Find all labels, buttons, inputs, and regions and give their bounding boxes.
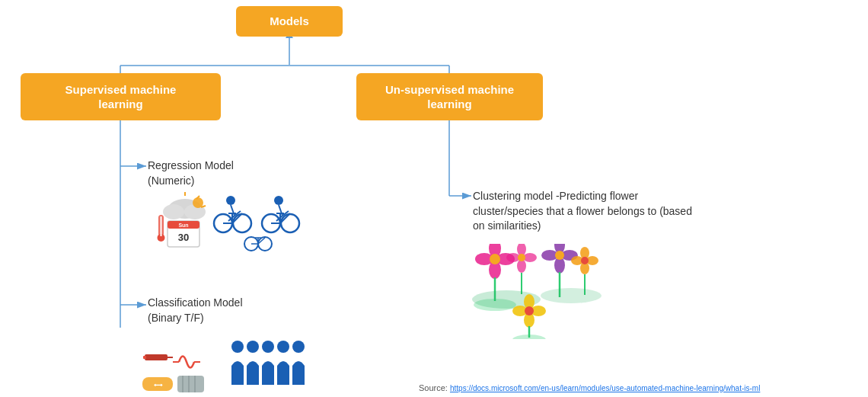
- svg-text:⟷: ⟷: [154, 382, 163, 389]
- svg-point-13: [163, 204, 184, 219]
- svg-point-92: [541, 288, 602, 303]
- clustering-label: Clustering model -Predicting flower clus…: [473, 189, 694, 234]
- classification-label: Classification Model(Binary T/F): [148, 296, 243, 325]
- unsupervised-label: Un-supervised machinelearning: [385, 82, 514, 112]
- svg-point-38: [281, 214, 299, 232]
- svg-text:30: 30: [178, 232, 189, 243]
- svg-point-70: [490, 254, 500, 264]
- source-url[interactable]: https://docs.microsoft.com/en-us/learn/m…: [450, 384, 760, 392]
- svg-point-97: [525, 306, 534, 315]
- svg-point-63: [262, 341, 274, 353]
- svg-point-18: [193, 197, 203, 208]
- flower-svg: [472, 244, 613, 339]
- bike-svg: [212, 194, 303, 251]
- medical-icon-area: ⟷: [141, 339, 217, 392]
- people-svg: [228, 335, 312, 392]
- supervised-box: Supervised machinelearning: [21, 73, 221, 120]
- svg-text:Sun: Sun: [178, 223, 188, 228]
- models-box: Models: [236, 6, 343, 37]
- bike-icon-area: [212, 194, 303, 251]
- svg-point-28: [233, 214, 251, 232]
- svg-rect-57: [177, 376, 204, 392]
- weather-svg: Sun 30: [151, 192, 219, 249]
- regression-label: Regression Model(Numeric): [148, 158, 234, 188]
- svg-point-26: [226, 196, 235, 205]
- flower-icon-area: [472, 244, 613, 335]
- classification-text: Classification Model(Binary T/F): [148, 296, 243, 324]
- svg-point-77: [518, 254, 525, 261]
- connector-lines: [0, 0, 868, 397]
- svg-rect-52: [145, 354, 168, 360]
- weather-icon-area: Sun 30: [151, 192, 219, 249]
- svg-point-99: [512, 335, 546, 339]
- svg-point-61: [231, 341, 244, 353]
- svg-point-36: [274, 196, 283, 205]
- people-icon-area: [228, 335, 312, 392]
- diagram-container: Models Supervised machinelearning Un-sup…: [0, 0, 868, 397]
- svg-point-65: [292, 341, 305, 353]
- svg-point-62: [247, 341, 259, 353]
- medical-svg: ⟷: [141, 339, 225, 396]
- unsupervised-box: Un-supervised machinelearning: [356, 73, 543, 120]
- svg-point-64: [277, 341, 289, 353]
- models-label: Models: [270, 14, 309, 29]
- svg-point-83: [555, 251, 564, 260]
- supervised-label: Supervised machinelearning: [65, 82, 177, 112]
- svg-point-89: [581, 257, 589, 264]
- source-link: Source: https://docs.microsoft.com/en-us…: [419, 383, 760, 392]
- source-prefix: Source:: [419, 383, 450, 392]
- clustering-text: Clustering model -Predicting flower clus…: [473, 190, 692, 232]
- svg-point-47: [258, 237, 272, 251]
- svg-rect-53: [143, 356, 146, 359]
- regression-text: Regression Model(Numeric): [148, 159, 234, 187]
